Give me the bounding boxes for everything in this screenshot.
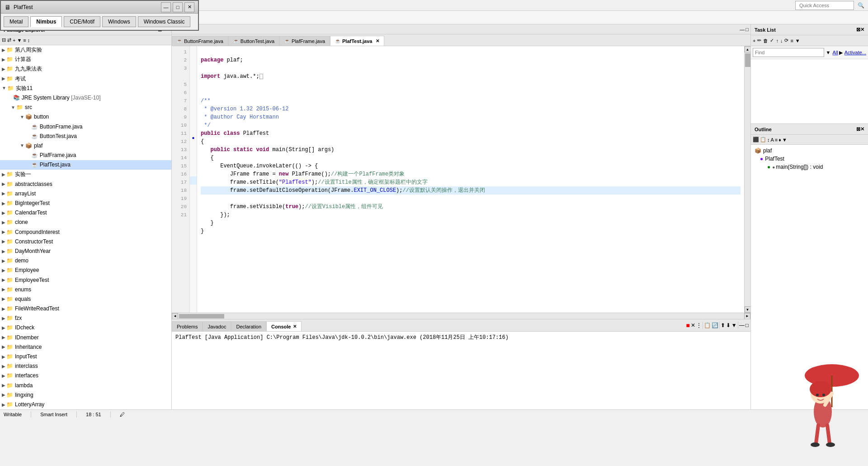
tree-item-week8[interactable]: ▶ 📁 第八周实验: [0, 45, 171, 55]
tree-item-plaf-pkg[interactable]: ▼ 📦 plaf: [0, 141, 171, 151]
outline-btn1[interactable]: ⬛: [753, 137, 759, 143]
outline-item-main[interactable]: ● ● main(String[]) : void: [753, 163, 866, 171]
tab-plaftest[interactable]: ☕ PlafTest.java ✕: [330, 36, 384, 46]
quick-access-input[interactable]: [795, 1, 854, 10]
task-all-label[interactable]: All: [832, 50, 838, 55]
scroll-thumb[interactable]: [745, 53, 750, 67]
tree-item-clone[interactable]: ▶ 📁 clone: [0, 218, 171, 227]
laf-windows-btn[interactable]: Windows: [102, 16, 136, 27]
task-find-input[interactable]: [753, 48, 824, 57]
tree-item-lab11[interactable]: ▼ 📁 实验11: [0, 84, 171, 93]
scroll-track[interactable]: [745, 52, 750, 306]
tree-item-idnember[interactable]: ▶ 📁 IDnember: [0, 333, 171, 342]
tab-javadoc[interactable]: Javadoc: [203, 321, 231, 331]
tree-item-compound[interactable]: ▶ 📁 CompoundInterest: [0, 228, 171, 237]
outline-btn4[interactable]: A: [771, 137, 774, 143]
task-btn6[interactable]: ↓: [780, 38, 783, 43]
scroll-down-btn[interactable]: ▼: [745, 306, 751, 313]
tab-problems[interactable]: Problems: [172, 321, 203, 331]
tree-item-interclass[interactable]: ▶ 📁 interclass: [0, 361, 171, 371]
tree-filter[interactable]: ≡: [23, 38, 26, 43]
tree-item-calendar[interactable]: ▶ 📁 CalendarTest: [0, 208, 171, 218]
tree-item-multi[interactable]: ▶ 📁 九九乘法表: [0, 64, 171, 74]
laf-cdemotif-btn[interactable]: CDE/Motif: [64, 16, 100, 27]
task-btn1[interactable]: +: [753, 38, 755, 43]
task-activate-link[interactable]: Activate...: [844, 50, 866, 55]
tab-close-console[interactable]: ✕: [293, 324, 297, 329]
task-btn7[interactable]: ⟳: [784, 38, 788, 43]
tree-collapse-all[interactable]: ⊟: [2, 37, 6, 43]
scroll-right-btn[interactable]: ►: [744, 313, 750, 319]
tree-item-arraylist[interactable]: ▶ 📁 arrayList: [0, 189, 171, 199]
editor-scrollbar-h[interactable]: ◄ ►: [172, 313, 750, 319]
console-max[interactable]: □: [745, 322, 749, 328]
popup-close-btn[interactable]: ✕: [184, 2, 194, 12]
tree-item-jre[interactable]: 📚 JRE System Library [JavaSE-10]: [0, 93, 171, 103]
task-btn9[interactable]: ▼: [795, 38, 800, 43]
popup-minimize-btn[interactable]: —: [161, 2, 171, 12]
console-btn2[interactable]: 📋: [704, 322, 711, 328]
laf-windows-classic-btn[interactable]: Windows Classic: [138, 16, 191, 27]
tree-sync[interactable]: ↕: [28, 38, 30, 43]
tree-item-inheritance[interactable]: ▶ 📁 Inheritance: [0, 342, 171, 352]
tree-item-fzx[interactable]: ▶ 📁 fzx: [0, 314, 171, 323]
tree-item-equals[interactable]: ▶ 📁 equals: [0, 295, 171, 304]
tree-item-lab1[interactable]: ▶ 📁 实验一: [0, 170, 171, 179]
console-area[interactable]: PlafTest [Java Application] C:\Program F…: [172, 332, 750, 409]
outline-btn5[interactable]: ≡: [775, 137, 778, 143]
outline-item-plaftest-class[interactable]: ● PlafTest: [753, 155, 866, 163]
task-list-menu[interactable]: ⊠: [856, 27, 860, 33]
console-btn5[interactable]: ⬇: [726, 322, 731, 328]
tab-declaration[interactable]: Declaration: [231, 321, 266, 331]
console-more-btn[interactable]: ⋮: [696, 322, 702, 328]
tab-console[interactable]: Console ✕: [266, 321, 301, 331]
task-btn8[interactable]: ≡: [790, 38, 793, 43]
tree-item-idcheck[interactable]: ▶ 📁 IDcheck: [0, 323, 171, 333]
tree-item-inputtest[interactable]: ▶ 📁 InputTest: [0, 352, 171, 361]
tree-item-button-pkg[interactable]: ▼ 📦 button: [0, 112, 171, 122]
tree-link-editor[interactable]: ⇄: [7, 37, 11, 43]
outline-btn2[interactable]: 📋: [760, 137, 766, 143]
console-btn3[interactable]: 🔃: [712, 322, 718, 328]
tree-item-enums[interactable]: ▶ 📁 enums: [0, 285, 171, 295]
editor-max[interactable]: □: [745, 27, 749, 32]
tab-plafframe[interactable]: ☕ PlafFrame.java: [279, 36, 330, 46]
console-btn6[interactable]: ▼: [731, 322, 737, 328]
h-scroll-thumb[interactable]: [179, 314, 224, 319]
tree-item-daymonth[interactable]: ▶ 📁 DayMonthYear: [0, 247, 171, 256]
console-stop-btn[interactable]: ■: [686, 322, 689, 329]
outline-close[interactable]: ✕: [860, 126, 864, 132]
tree-item-employeetest[interactable]: ▶ 📁 EmployeeTest: [0, 276, 171, 285]
tree-item-plafframe[interactable]: ☕ PlafFrame.java: [0, 151, 171, 160]
tree-item-constructor[interactable]: ▶ 📁 ConstructorTest: [0, 237, 171, 247]
scroll-left-btn[interactable]: ◄: [172, 313, 178, 319]
console-min[interactable]: —: [739, 322, 745, 328]
tree-item-src[interactable]: ▼ 📁 src: [0, 103, 171, 112]
tree-item-lingxing[interactable]: ▶ 📁 lingxing: [0, 390, 171, 400]
popup-restore-btn[interactable]: □: [173, 2, 183, 12]
task-btn2[interactable]: ✏: [757, 38, 761, 43]
scroll-up-btn[interactable]: ▲: [745, 46, 751, 52]
outline-item-plaf[interactable]: 📦 plaf: [753, 147, 866, 155]
tree-item-buttontest[interactable]: ☕ ButtonTest.java: [0, 132, 171, 141]
task-list-close[interactable]: ✕: [860, 27, 864, 33]
tab-buttonframe[interactable]: ☕ ButtonFrame.java: [172, 36, 228, 46]
tree-menu[interactable]: ▼: [17, 38, 22, 43]
tree-item-employee[interactable]: ▶ 📁 Employee: [0, 266, 171, 275]
code-content[interactable]: package plaf; import java.awt.*; /** * @…: [197, 46, 744, 313]
task-find-scope-btn[interactable]: ▼: [826, 50, 831, 55]
editor-scrollbar-v[interactable]: ▲ ▼: [744, 46, 750, 313]
console-btn4[interactable]: ⬆: [721, 322, 725, 328]
tree-item-filewrite[interactable]: ▶ 📁 FileWriteReadTest: [0, 304, 171, 314]
h-scroll-track[interactable]: [178, 313, 744, 319]
tree-item-plaftest[interactable]: ☕ PlafTest.java: [0, 160, 171, 170]
tree-item-interfaces[interactable]: ▶ 📁 interfaces: [0, 371, 171, 380]
tree-new[interactable]: +: [13, 38, 15, 43]
outline-btn3[interactable]: ↕: [767, 137, 770, 143]
tree-item-calc[interactable]: ▶ 📁 计算器: [0, 55, 171, 64]
console-close-btn[interactable]: ✕: [691, 322, 695, 328]
tree-item-abstract[interactable]: ▶ 📁 abstractclasses: [0, 180, 171, 189]
tree-item-lambda[interactable]: ▶ 📁 lambda: [0, 381, 171, 390]
task-btn4[interactable]: ✓: [770, 38, 774, 43]
tree-item-demo[interactable]: ▶ 📁 demo: [0, 256, 171, 266]
